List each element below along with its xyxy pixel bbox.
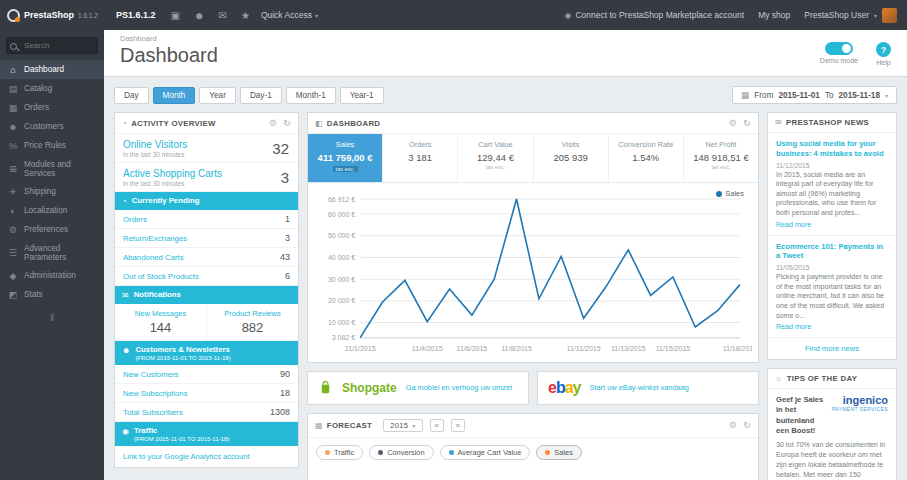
- sidebar-item-advanced-parameters[interactable]: ☰Advanced Parameters: [0, 239, 104, 266]
- marketplace-link[interactable]: ◉ Connect to PrestaShop Marketplace acco…: [564, 10, 744, 20]
- kpi-value: 411 759,00 €: [310, 152, 380, 163]
- kpi-sales[interactable]: Sales 411 759,00 € tax exc.: [308, 134, 383, 182]
- ebay-promo[interactable]: ebay Start uw eBay-winkel vandaag: [537, 371, 759, 405]
- read-more-link[interactable]: Read more: [776, 323, 811, 331]
- customers-newsletters-title: Customers & Newsletters: [135, 345, 229, 354]
- my-shop-link[interactable]: My shop: [758, 10, 790, 20]
- kpi-label: Orders: [385, 140, 455, 149]
- shopgate-promo[interactable]: Shopgate Ga mobiel en verhoog uw omzet: [307, 371, 529, 405]
- shopgate-link[interactable]: Ga mobiel en verhoog uw omzet: [406, 383, 512, 392]
- gear-icon[interactable]: ⚙: [729, 118, 737, 128]
- sidebar-item-localization[interactable]: ◐Localization: [0, 201, 104, 220]
- sidebar-collapse-button[interactable]: ‖: [0, 313, 104, 323]
- sidebar-item-administration[interactable]: ◆Administration: [0, 266, 104, 285]
- abandoned-carts-link[interactable]: Abandoned Carts: [123, 253, 184, 262]
- new-messages-cell[interactable]: New Messages 144: [115, 304, 207, 340]
- kpi-net-profit[interactable]: Net Profit 148 918,51 € tax exc.: [684, 134, 758, 182]
- svg-text:11/4/2015: 11/4/2015: [412, 345, 443, 352]
- active-carts-link[interactable]: Active Shopping Carts: [123, 168, 222, 179]
- new-customers-link[interactable]: New Customers: [123, 370, 178, 379]
- sidebar-item-shipping[interactable]: ✈Shipping: [0, 182, 104, 201]
- period-year-button[interactable]: Year: [199, 87, 236, 104]
- right-column: ✉ PRESTASHOP NEWS Using social media for…: [767, 112, 897, 480]
- prestashop-logo[interactable]: PrestaShop 1.6.1.2: [0, 9, 104, 22]
- new-subscriptions-link[interactable]: New Subscriptions: [123, 389, 188, 398]
- product-reviews-value: 882: [211, 320, 294, 335]
- forecast-next-button[interactable]: »: [451, 419, 465, 432]
- sidebar-item-customers[interactable]: ☻Customers: [0, 117, 104, 136]
- pending-returns-value: 3: [285, 233, 290, 243]
- kpi-cart-value[interactable]: Cart Value 129,44 € tax exc.: [458, 134, 533, 182]
- kpi-orders[interactable]: Orders 3 181: [383, 134, 458, 182]
- sidebar-item-dashboard[interactable]: ⌂Dashboard: [0, 60, 104, 79]
- article-excerpt: Picking a payment provider is one of the…: [776, 273, 888, 321]
- sidebar-item-price-rules[interactable]: %Price Rules: [0, 136, 104, 155]
- out-of-stock-link[interactable]: Out of Stock Products: [123, 272, 199, 281]
- article-title-link[interactable]: Using social media for your business: 4 …: [776, 139, 888, 159]
- refresh-icon[interactable]: ↻: [743, 420, 751, 430]
- sidebar-item-label: Stats: [24, 290, 43, 299]
- quick-access-menu[interactable]: Quick Access ▾: [261, 10, 318, 20]
- refresh-icon[interactable]: ↻: [283, 118, 291, 128]
- user-menu[interactable]: PrestaShop User ▾: [804, 8, 897, 23]
- date-range-picker[interactable]: ▦ From 2015-11-01 To 2015-11-18 ▾: [732, 86, 897, 104]
- orders-icon: ▦: [8, 103, 18, 113]
- svg-text:11/13/2015: 11/13/2015: [611, 345, 646, 352]
- forecast-toggle-average-cart-value[interactable]: Average Cart Value: [440, 445, 531, 460]
- forecast-prev-button[interactable]: «: [430, 419, 444, 432]
- customers-icon[interactable]: ☻: [194, 10, 205, 21]
- demo-mode-toggle[interactable]: [825, 42, 853, 55]
- period-month-button[interactable]: Month: [153, 87, 196, 104]
- cart-icon[interactable]: ▣: [171, 10, 180, 21]
- shop-name-link[interactable]: PS1.6.1.2: [116, 10, 156, 20]
- pending-returns-link[interactable]: Return/Exchanges: [123, 234, 187, 243]
- help-icon[interactable]: ?: [876, 42, 891, 57]
- module-promos: Shopgate Ga mobiel en verhoog uw omzet e…: [307, 371, 759, 405]
- search-input[interactable]: [6, 37, 98, 54]
- sidebar-item-catalog[interactable]: ▤Catalog: [0, 79, 104, 98]
- new-subscriptions-value: 18: [280, 388, 290, 398]
- ingenico-brand-sub: PAYMENT SERVICES: [832, 406, 888, 412]
- sidebar-item-preferences[interactable]: ⚙Preferences: [0, 220, 104, 239]
- period-day-button[interactable]: Day: [114, 87, 149, 104]
- forecast-toggle-traffic[interactable]: Traffic: [316, 445, 363, 460]
- sidebar-item-label: Catalog: [24, 84, 52, 93]
- trophy-icon[interactable]: ★: [241, 10, 250, 21]
- kpi-conversion-rate[interactable]: Conversion Rate 1.54%: [609, 134, 684, 182]
- svg-text:40 000 €: 40 000 €: [328, 254, 355, 261]
- forecast-year-select[interactable]: 2015 ▾: [383, 419, 422, 432]
- forecast-legend: Traffic Conversion Average Cart Value Sa…: [308, 438, 758, 480]
- sidebar-item-stats[interactable]: ◩Stats: [0, 285, 104, 304]
- pending-row: Return/Exchanges3: [115, 229, 298, 248]
- forecast-toggle-sales[interactable]: Sales: [536, 445, 582, 460]
- product-reviews-cell[interactable]: Product Reviews 882: [207, 304, 298, 340]
- sidebar-item-modules[interactable]: ⊞Modules and Services: [0, 155, 104, 182]
- online-visitors-link[interactable]: Online Visitors: [123, 139, 187, 150]
- localization-icon: ◐: [8, 206, 18, 216]
- find-more-news-link[interactable]: Find more news: [768, 338, 896, 359]
- period-day-1-button[interactable]: Day-1: [240, 87, 282, 104]
- pending-orders-link[interactable]: Orders: [123, 215, 147, 224]
- logo-text: PrestaShop: [24, 10, 74, 20]
- sidebar-item-orders[interactable]: ▦Orders: [0, 98, 104, 117]
- new-customers-value: 90: [280, 369, 290, 379]
- toggle-knob: [842, 44, 851, 53]
- kpi-value: 3 181: [385, 152, 455, 163]
- period-year-1-button[interactable]: Year-1: [340, 87, 384, 104]
- chart-legend[interactable]: Sales: [716, 189, 744, 198]
- messages-icon[interactable]: ✉: [219, 10, 227, 21]
- refresh-icon[interactable]: ↻: [743, 118, 751, 128]
- period-month-1-button[interactable]: Month-1: [286, 87, 336, 104]
- gear-icon[interactable]: ⚙: [729, 420, 737, 430]
- google-analytics-link[interactable]: Link to your Google Analytics account: [115, 446, 298, 467]
- svg-text:11/11/2015: 11/11/2015: [567, 345, 601, 352]
- article-title-link[interactable]: Ecommerce 101: Payments in a Tweet: [776, 242, 888, 262]
- kpi-badge: tax exc.: [333, 166, 358, 172]
- forecast-toggle-conversion[interactable]: Conversion: [369, 445, 433, 460]
- gear-icon[interactable]: ⚙: [269, 118, 277, 128]
- ebay-link[interactable]: Start uw eBay-winkel vandaag: [590, 383, 689, 392]
- total-subscribers-link[interactable]: Total Subscribers: [123, 408, 183, 417]
- kpi-visits[interactable]: Visits 205 939: [534, 134, 609, 182]
- new-messages-value: 144: [119, 320, 202, 335]
- read-more-link[interactable]: Read more: [776, 221, 811, 229]
